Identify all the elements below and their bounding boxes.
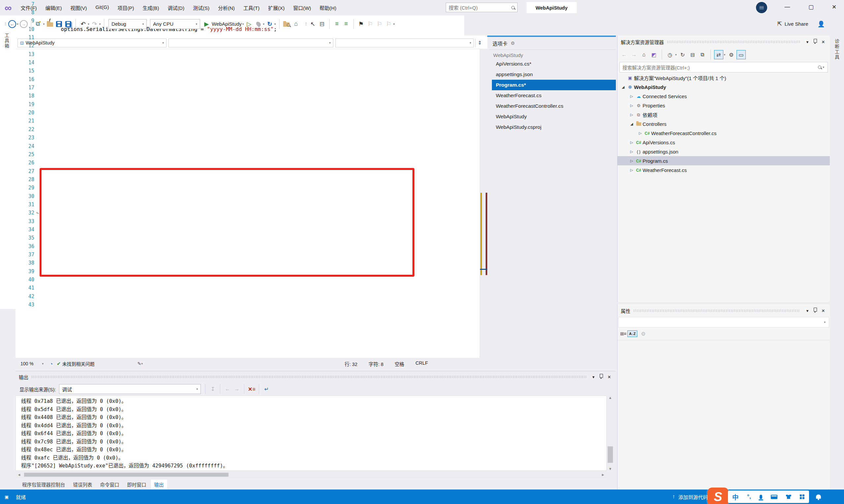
- gear-icon[interactable]: ⚙: [511, 40, 515, 46]
- expanded-arrow-icon[interactable]: ◢: [620, 85, 626, 89]
- tree-item-controllers[interactable]: ◢Controllers: [618, 119, 830, 128]
- document-tab-weatherforecastcs[interactable]: WeatherForecast.cs: [488, 90, 616, 101]
- menu-s[interactable]: 测试(S): [189, 2, 214, 13]
- output-previous-message-button[interactable]: ←: [223, 384, 232, 394]
- keyboard-icon[interactable]: [771, 495, 777, 499]
- run-target-label[interactable]: WebApiStudy: [212, 21, 242, 27]
- caret-char-indicator[interactable]: 字符: 8: [368, 360, 383, 367]
- solution-platform-dropdown[interactable]: Any CPU▾: [150, 19, 200, 29]
- hot-reload-dropdown[interactable]: ▾: [263, 22, 265, 26]
- bottom-tab-命令窗口[interactable]: 命令窗口: [97, 480, 123, 489]
- se-sync-active-document-button[interactable]: ⇄: [714, 50, 723, 59]
- zoom-level-dropdown[interactable]: 100 %▾: [18, 359, 47, 368]
- split-window-button[interactable]: ⇕: [475, 38, 484, 48]
- se-home-button[interactable]: ⌂: [639, 50, 649, 59]
- properties-header[interactable]: 属性 ▾ ✕: [618, 304, 830, 317]
- solution-explorer-shortcut-button[interactable]: ⌂: [292, 19, 300, 29]
- spaces-indicator[interactable]: 空格: [395, 360, 404, 367]
- quick-search-box[interactable]: 搜索 (Ctrl+Q): [446, 3, 518, 12]
- se-wrench-icon[interactable]: ⚙: [727, 50, 736, 59]
- close-panel-icon[interactable]: ✕: [605, 375, 613, 379]
- start-without-debugging-button[interactable]: ▷: [245, 19, 254, 29]
- categorized-view-button[interactable]: ⊞≡: [620, 331, 626, 336]
- tree-item-properties[interactable]: ▷⚙Properties: [618, 101, 830, 110]
- menu-p[interactable]: 项目(P): [113, 2, 138, 13]
- background-tasks-icon[interactable]: ▣: [5, 494, 8, 499]
- output-next-message-button[interactable]: →: [232, 384, 241, 394]
- window-position-dropdown[interactable]: ▾: [804, 39, 811, 44]
- document-health-icon[interactable]: ◔: [50, 361, 53, 367]
- se-pending-changes-filter-button[interactable]: ◷: [665, 50, 674, 59]
- tree-item-weatherforecastcs[interactable]: ▷C#WeatherForecast.cs: [618, 165, 830, 175]
- collapsed-arrow-icon[interactable]: ▷: [629, 168, 635, 172]
- collapsed-arrow-icon[interactable]: ▷: [629, 94, 635, 98]
- output-source-dropdown[interactable]: 调试▾: [59, 384, 201, 394]
- menu-x[interactable]: 扩展(X): [264, 2, 289, 13]
- pin-icon[interactable]: [597, 375, 605, 379]
- menu-d[interactable]: 调试(D): [163, 2, 189, 13]
- next-bookmark-button[interactable]: ⚐: [375, 19, 384, 29]
- word-wrap-button[interactable]: ↵: [262, 384, 271, 394]
- toggle-bookmark-button[interactable]: ⚑: [357, 19, 365, 29]
- menu-b[interactable]: 生成(B): [138, 2, 163, 13]
- save-button[interactable]: [55, 19, 63, 29]
- undo-button[interactable]: ↶: [79, 19, 87, 29]
- output-horizontal-scrollbar[interactable]: ◄ ►: [16, 471, 607, 479]
- restart-button[interactable]: ↻: [265, 19, 274, 29]
- collapsed-arrow-icon[interactable]: ▷: [629, 140, 635, 145]
- feedback-icon[interactable]: 👤: [817, 20, 825, 28]
- document-tab-weatherforecastcontrollercs[interactable]: WeatherForecastController.cs: [488, 101, 616, 111]
- live-share-button[interactable]: Live Share: [785, 21, 808, 27]
- collapsed-arrow-icon[interactable]: ▷: [629, 149, 635, 154]
- ime-language-mode[interactable]: 中: [732, 492, 739, 501]
- microphone-icon[interactable]: [760, 495, 762, 499]
- avatar[interactable]: ▒▒: [756, 2, 767, 13]
- pin-icon[interactable]: [811, 39, 819, 44]
- caret-line-indicator[interactable]: 行: 32: [345, 360, 357, 367]
- tree-item-apiversionscs[interactable]: ▷C#ApiVersions.cs: [618, 138, 830, 147]
- clear-bookmarks-button[interactable]: ⚐: [384, 19, 393, 29]
- tree-item-connectedservices[interactable]: ▷☁Connected Services: [618, 92, 830, 101]
- clear-output-button[interactable]: ✕≡: [247, 384, 256, 394]
- document-tab-webapistudy[interactable]: WebApiStudy: [488, 111, 616, 122]
- se-back-button[interactable]: ←: [619, 50, 629, 59]
- alphabetical-sort-button[interactable]: A↓Z: [627, 330, 637, 337]
- eol-indicator[interactable]: CRLF: [415, 360, 428, 367]
- health-status-text[interactable]: 未找到相关问题: [62, 360, 94, 367]
- window-position-dropdown[interactable]: ▾: [589, 375, 597, 379]
- nav-type-dropdown[interactable]: ▾: [169, 38, 333, 48]
- menu-v[interactable]: 视图(V): [66, 2, 91, 13]
- properties-wrench-icon[interactable]: ⚙: [639, 329, 648, 338]
- ime-punctuation-mode[interactable]: °,: [747, 493, 751, 500]
- solution-configuration-dropdown[interactable]: Debug▾: [108, 19, 147, 29]
- close-panel-icon[interactable]: ✕: [819, 308, 827, 313]
- tree-item-webapistudy[interactable]: ◢⊕WebApiStudy: [618, 82, 830, 92]
- close-button[interactable]: ✕: [824, 0, 844, 14]
- push-to-source-control-icon[interactable]: ↑: [672, 493, 675, 500]
- document-tab-appsettingsjson[interactable]: appsettings.json: [488, 69, 616, 80]
- document-tab-programcs[interactable]: Program.cs*: [492, 80, 616, 90]
- bottom-tab-错误列表[interactable]: 错误列表: [70, 480, 96, 489]
- run-target-dropdown[interactable]: ▾: [242, 22, 244, 26]
- solution-explorer-search-box[interactable]: 搜索解决方案资源管理器(Ctrl+;) ▾: [619, 62, 828, 72]
- previous-bookmark-button[interactable]: ⚐: [366, 19, 375, 29]
- se-switch-views-button[interactable]: ◩: [649, 50, 658, 59]
- sogou-ime-logo[interactable]: S: [707, 488, 729, 504]
- window-position-dropdown[interactable]: ▾: [804, 308, 811, 313]
- se-refresh-button[interactable]: ↻: [678, 50, 687, 59]
- menu-h[interactable]: 帮助(H): [315, 2, 341, 13]
- open-file-button[interactable]: [46, 19, 54, 29]
- menu-gitg[interactable]: Git(G): [91, 2, 114, 13]
- new-project-dropdown[interactable]: ▾: [43, 22, 45, 26]
- se-filter-dropdown[interactable]: ▾: [675, 53, 677, 56]
- decrease-indent-button[interactable]: ≡: [333, 19, 341, 29]
- menu-w[interactable]: 窗口(W): [289, 2, 315, 13]
- output-goto-message-button[interactable]: ↧: [208, 384, 217, 394]
- output-header[interactable]: 输出 ▾ ✕: [16, 371, 616, 382]
- tree-item-依赖项[interactable]: ▷⧉依赖项: [618, 110, 830, 119]
- expanded-arrow-icon[interactable]: ◢: [629, 122, 635, 126]
- tree-item-appsettingsjson[interactable]: ▷{ }appsettings.json: [618, 147, 830, 156]
- toolbar-grip[interactable]: ⁞⁞: [305, 21, 306, 26]
- bottom-tab-程序包管理器控制台[interactable]: 程序包管理器控制台: [19, 480, 69, 489]
- document-outline-button[interactable]: ⊟: [318, 19, 326, 29]
